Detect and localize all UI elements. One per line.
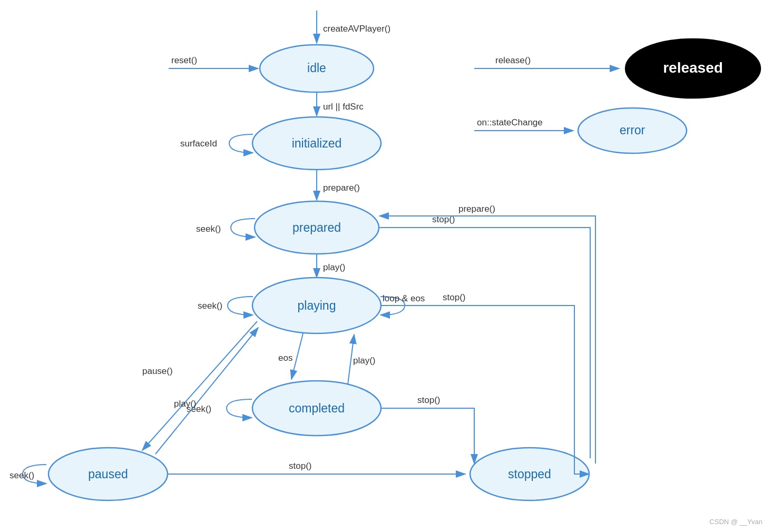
playing-state: playing	[298, 299, 336, 312]
prepared-state: prepared	[292, 221, 341, 234]
stop-paused-label: stop()	[289, 461, 311, 471]
prepare1-label: prepare()	[323, 183, 360, 193]
url-fdSrc-label: url || fdSrc	[323, 102, 364, 112]
error-state: error	[620, 123, 646, 137]
stop-playing-label: stop()	[443, 292, 465, 302]
svg-line-15	[291, 333, 303, 379]
completed-state: completed	[289, 401, 345, 415]
paused-state: paused	[88, 467, 128, 481]
seek-paused-label: seek()	[9, 470, 34, 480]
watermark: CSDN @ __Yvan	[709, 518, 763, 526]
createavplayer-label: createAVPlayer()	[323, 24, 390, 34]
eos-label: eos	[278, 353, 292, 363]
release-label: release()	[495, 55, 531, 65]
released-state: released	[663, 60, 723, 76]
stopped-state: stopped	[508, 467, 551, 481]
idle-state: idle	[307, 61, 326, 75]
play-paused-label: play()	[174, 399, 197, 409]
pause-label: pause()	[142, 366, 173, 376]
seek-playing-label: seek()	[198, 301, 222, 311]
surfaceid-label: surfaceId	[180, 139, 217, 149]
seek-prepared-label: seek()	[196, 224, 221, 234]
statechange-label: on::stateChange	[477, 117, 543, 127]
play-prepared-label: play()	[323, 262, 346, 272]
play-completed-label: play()	[353, 356, 376, 366]
loop-eos-label: loop & eos	[383, 293, 425, 303]
prepare-stopped-label: prepare()	[458, 204, 495, 214]
stop-completed-label: stop()	[417, 395, 440, 405]
initialized-state: initialized	[292, 136, 342, 150]
reset-label: reset()	[171, 55, 197, 65]
